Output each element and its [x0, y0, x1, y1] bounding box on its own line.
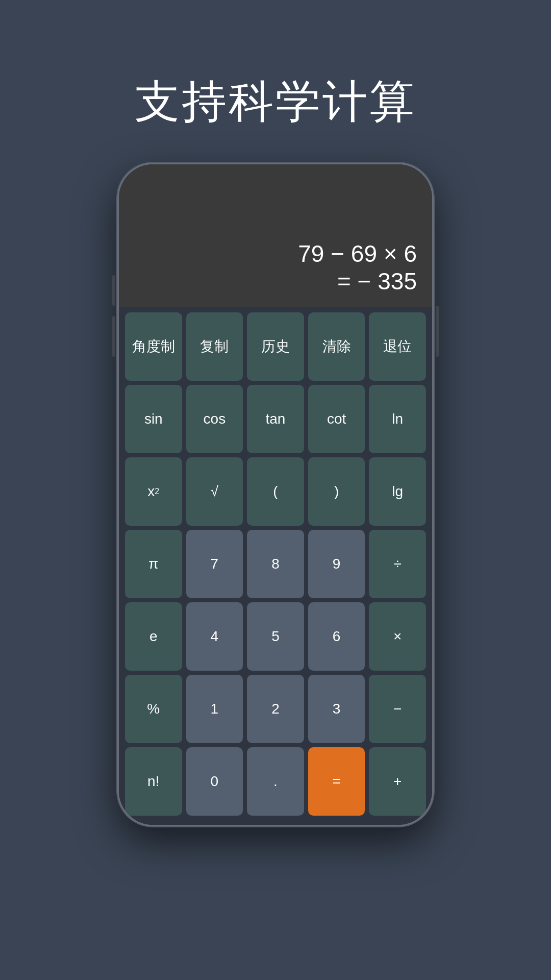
expression: 79 − 69 × 6 — [298, 240, 417, 267]
key-plus[interactable]: + — [369, 747, 426, 816]
key-open-paren[interactable]: ( — [247, 457, 304, 526]
key-angle-mode[interactable]: 角度制 — [125, 312, 182, 381]
key-row-2: x2√()lg — [125, 457, 426, 526]
screen: 79 − 69 × 6 = − 335 角度制复制历史清除退位sincostan… — [119, 164, 432, 825]
key-equals[interactable]: = — [308, 747, 365, 816]
key-row-3: π789÷ — [125, 530, 426, 598]
key-cot[interactable]: cot — [308, 385, 365, 453]
vol-down-button — [112, 316, 115, 357]
key-one[interactable]: 1 — [186, 675, 243, 743]
key-nine[interactable]: 9 — [308, 530, 365, 598]
key-row-6: n!0.=+ — [125, 747, 426, 816]
key-backspace[interactable]: 退位 — [369, 312, 426, 381]
page-title: 支持科学计算 — [135, 71, 416, 132]
key-divide[interactable]: ÷ — [369, 530, 426, 598]
key-minus[interactable]: − — [369, 675, 426, 743]
key-square[interactable]: x2 — [125, 457, 182, 526]
key-two[interactable]: 2 — [247, 675, 304, 743]
key-clear[interactable]: 清除 — [308, 312, 365, 381]
key-sqrt[interactable]: √ — [186, 457, 243, 526]
key-pi[interactable]: π — [125, 530, 182, 598]
key-lg[interactable]: lg — [369, 457, 426, 526]
key-row-4: e456× — [125, 602, 426, 671]
key-euler[interactable]: e — [125, 602, 182, 671]
display-area: 79 − 69 × 6 = − 335 — [119, 164, 432, 307]
key-row-0: 角度制复制历史清除退位 — [125, 312, 426, 381]
key-percent[interactable]: % — [125, 675, 182, 743]
key-decimal[interactable]: . — [247, 747, 304, 816]
keypad-area: 角度制复制历史清除退位sincostancotlnx2√()lgπ789÷e45… — [119, 307, 432, 825]
phone-frame: 79 − 69 × 6 = − 335 角度制复制历史清除退位sincostan… — [117, 163, 434, 826]
vol-up-button — [112, 275, 115, 306]
phone-device: 79 − 69 × 6 = − 335 角度制复制历史清除退位sincostan… — [117, 163, 434, 826]
key-three[interactable]: 3 — [308, 675, 365, 743]
key-ln[interactable]: ln — [369, 385, 426, 453]
key-zero[interactable]: 0 — [186, 747, 243, 816]
key-row-1: sincostancotln — [125, 385, 426, 453]
key-multiply[interactable]: × — [369, 602, 426, 671]
key-six[interactable]: 6 — [308, 602, 365, 671]
key-factorial[interactable]: n! — [125, 747, 182, 816]
key-close-paren[interactable]: ) — [308, 457, 365, 526]
key-row-5: %123− — [125, 675, 426, 743]
key-five[interactable]: 5 — [247, 602, 304, 671]
key-copy[interactable]: 复制 — [186, 312, 243, 381]
key-cos[interactable]: cos — [186, 385, 243, 453]
result: = − 335 — [337, 267, 417, 295]
key-four[interactable]: 4 — [186, 602, 243, 671]
key-history[interactable]: 历史 — [247, 312, 304, 381]
key-tan[interactable]: tan — [247, 385, 304, 453]
key-sin[interactable]: sin — [125, 385, 182, 453]
key-seven[interactable]: 7 — [186, 530, 243, 598]
key-eight[interactable]: 8 — [247, 530, 304, 598]
power-button — [436, 306, 439, 357]
